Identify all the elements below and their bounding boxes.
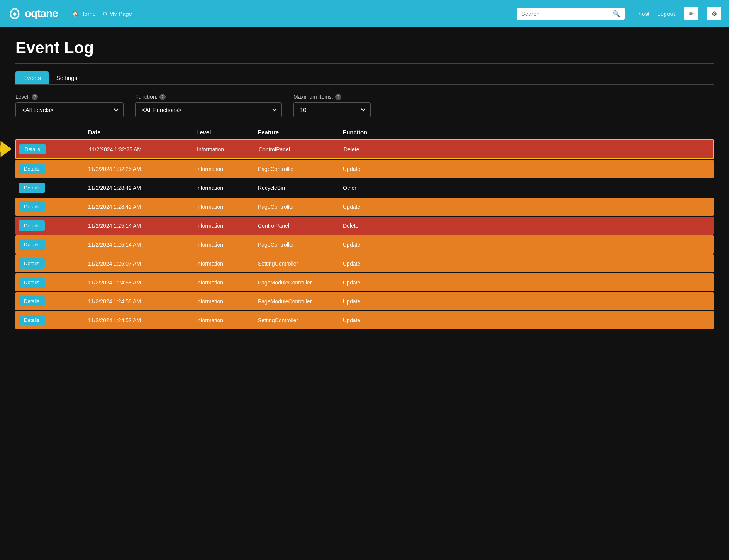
event-table: Date Level Feature Function Details 11/2…: [15, 125, 714, 329]
table-row: Details 11/2/2024 1:25:14 AM Information…: [15, 217, 714, 235]
cell-level-2: Information: [196, 185, 258, 191]
nav-home[interactable]: 🏠 Home: [72, 10, 96, 17]
home-icon: 🏠: [72, 10, 78, 17]
edit-button[interactable]: ✏: [684, 7, 698, 20]
cell-feature-5: PageController: [258, 242, 343, 248]
cell-feature-9: SettingController: [258, 317, 343, 323]
table-row: Details 11/2/2024 1:28:42 AM Information…: [15, 179, 714, 197]
details-button-5[interactable]: Details: [19, 239, 45, 250]
cell-btn-1: Details: [19, 164, 88, 174]
cell-feature-0: ControlPanel: [259, 146, 344, 152]
cell-level-9: Information: [196, 317, 258, 323]
function-label: Function: ?: [135, 94, 282, 100]
cell-level-3: Information: [196, 204, 258, 210]
cell-btn-7: Details: [19, 277, 88, 288]
cell-feature-4: ControlPanel: [258, 223, 343, 229]
col-header-btn: [19, 129, 88, 135]
cell-btn-9: Details: [19, 315, 88, 325]
cell-function-8: Update: [343, 298, 405, 305]
cell-feature-3: PageController: [258, 204, 343, 210]
table-header: Date Level Feature Function: [15, 125, 714, 139]
cell-feature-1: PageController: [258, 166, 343, 172]
details-button-7[interactable]: Details: [19, 277, 45, 288]
nav-mypage[interactable]: ⊙ My Page: [103, 10, 132, 17]
details-button-0[interactable]: Details: [19, 144, 46, 154]
cell-function-1: Update: [343, 166, 405, 172]
table-row: Details 11/2/2024 1:24:58 AM Information…: [15, 292, 714, 310]
cell-date-3: 11/2/2024 1:28:42 AM: [88, 204, 196, 210]
cell-function-3: Update: [343, 204, 405, 210]
col-header-date: Date: [88, 129, 196, 135]
level-select[interactable]: <All Levels> Information Warning Error: [15, 102, 124, 117]
nav-links: 🏠 Home ⊙ My Page: [72, 10, 509, 17]
cell-function-0: Delete: [344, 146, 405, 152]
details-button-4[interactable]: Details: [19, 220, 45, 231]
header: oqtane 🏠 Home ⊙ My Page 🔍 host Logout ✏ …: [0, 0, 729, 27]
logo-area: oqtane: [8, 7, 58, 20]
col-header-level: Level: [196, 129, 258, 135]
cell-function-6: Update: [343, 261, 405, 267]
table-row: Details 11/2/2024 1:25:14 AM Information…: [15, 235, 714, 254]
cell-date-4: 11/2/2024 1:25:14 AM: [88, 223, 196, 229]
search-area: 🔍: [517, 8, 625, 20]
function-help-icon[interactable]: ?: [159, 94, 166, 100]
details-button-8[interactable]: Details: [19, 296, 45, 306]
maxitems-label: Maximum Items: ?: [293, 94, 371, 100]
tab-settings[interactable]: Settings: [49, 71, 85, 84]
cell-function-9: Update: [343, 317, 405, 323]
cell-btn-3: Details: [19, 201, 88, 212]
logo-icon: [8, 7, 22, 20]
cell-function-7: Update: [343, 279, 405, 286]
cell-btn-4: Details: [19, 220, 88, 231]
logo-text: oqtane: [25, 7, 58, 20]
settings-button[interactable]: ⚙: [707, 7, 721, 20]
details-button-1[interactable]: Details: [19, 164, 45, 174]
function-select[interactable]: <All Functions> Delete Update Other: [135, 102, 282, 117]
cell-feature-7: PageModuleController: [258, 279, 343, 286]
maxitems-help-icon[interactable]: ?: [335, 94, 341, 100]
yellow-arrow-icon: [0, 140, 12, 157]
cell-level-1: Information: [196, 166, 258, 172]
cell-function-5: Update: [343, 242, 405, 248]
search-button[interactable]: 🔍: [612, 10, 620, 17]
main-content: Event Log Events Settings Level: ? <All …: [0, 27, 729, 342]
svg-point-0: [13, 12, 17, 16]
cell-date-5: 11/2/2024 1:25:14 AM: [88, 242, 196, 248]
tab-events[interactable]: Events: [15, 71, 49, 84]
svg-marker-2: [1, 141, 12, 157]
logout-button[interactable]: Logout: [657, 10, 675, 17]
cell-feature-2: RecycleBin: [258, 185, 343, 191]
details-button-3[interactable]: Details: [19, 201, 45, 212]
settings-icon: ⚙: [712, 10, 717, 17]
cell-date-8: 11/2/2024 1:24:58 AM: [88, 298, 196, 305]
col-header-feature: Feature: [258, 129, 343, 135]
table-row: Details 11/2/2024 1:24:52 AM Information…: [15, 311, 714, 329]
cell-level-5: Information: [196, 242, 258, 248]
level-filter-group: Level: ? <All Levels> Information Warnin…: [15, 94, 124, 117]
maxitems-select[interactable]: 10 25 50 100: [293, 102, 371, 117]
tabs: Events Settings: [15, 71, 714, 85]
details-button-9[interactable]: Details: [19, 315, 45, 325]
cell-btn-8: Details: [19, 296, 88, 306]
level-help-icon[interactable]: ?: [32, 94, 38, 100]
maxitems-filter-group: Maximum Items: ? 10 25 50 100: [293, 94, 371, 117]
details-button-6[interactable]: Details: [19, 258, 45, 269]
edit-icon: ✏: [689, 10, 694, 17]
cell-function-4: Delete: [343, 223, 405, 229]
details-button-2[interactable]: Details: [19, 183, 45, 193]
cell-level-6: Information: [196, 261, 258, 267]
search-input[interactable]: [521, 10, 609, 17]
cell-level-4: Information: [196, 223, 258, 229]
cell-btn-2: Details: [19, 183, 88, 193]
page-title: Event Log: [15, 39, 714, 57]
function-filter-group: Function: ? <All Functions> Delete Updat…: [135, 94, 282, 117]
table-row: Details 11/2/2024 1:32:25 AM Information…: [15, 160, 714, 178]
cell-level-7: Information: [196, 279, 258, 286]
username-label: host: [639, 10, 649, 17]
table-row: Details 11/2/2024 1:24:58 AM Information…: [15, 273, 714, 291]
table-row: Details 11/2/2024 1:28:42 AM Information…: [15, 198, 714, 216]
level-label: Level: ?: [15, 94, 124, 100]
nav-home-label: Home: [80, 10, 96, 17]
arrow-annotation: [0, 140, 12, 159]
cell-level-8: Information: [196, 298, 258, 305]
